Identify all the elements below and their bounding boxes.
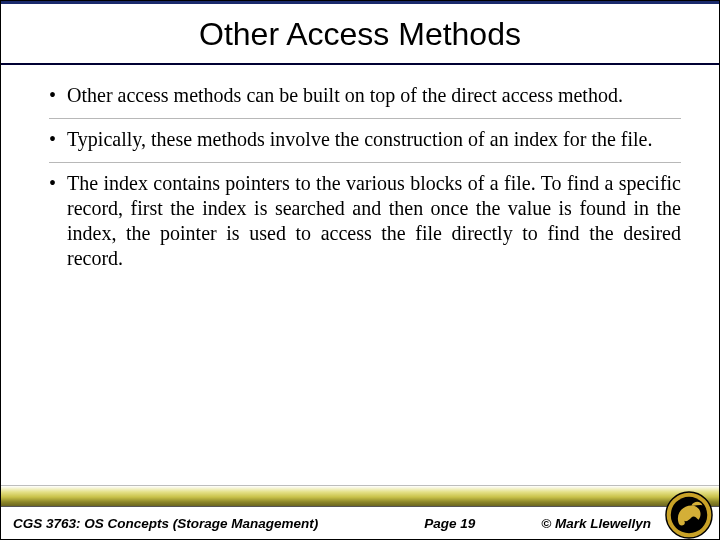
bullet-text: The index contains pointers to the vario… (67, 171, 681, 271)
bullet-text: Other access methods can be built on top… (67, 83, 681, 108)
title-wrap: Other Access Methods (1, 4, 719, 63)
bullet-item: • Other access methods can be built on t… (49, 75, 681, 119)
footer-gradient (1, 485, 719, 507)
bullet-icon: • (49, 171, 67, 196)
bullet-text: Typically, these methods involve the con… (67, 127, 681, 152)
bullet-icon: • (49, 83, 67, 108)
bullet-item: • Typically, these methods involve the c… (49, 119, 681, 163)
ucf-pegasus-icon (665, 491, 713, 539)
footer-bar: CGS 3763: OS Concepts (Storage Managemen… (1, 507, 719, 539)
bullet-icon: • (49, 127, 67, 152)
footer-course: CGS 3763: OS Concepts (Storage Managemen… (13, 516, 318, 531)
slide-title: Other Access Methods (1, 16, 719, 53)
slide: Other Access Methods • Other access meth… (0, 0, 720, 540)
content-area: • Other access methods can be built on t… (1, 65, 719, 539)
bullet-item: • The index contains pointers to the var… (49, 163, 681, 281)
footer-page: Page 19 (318, 516, 541, 531)
footer: CGS 3763: OS Concepts (Storage Managemen… (1, 485, 719, 539)
